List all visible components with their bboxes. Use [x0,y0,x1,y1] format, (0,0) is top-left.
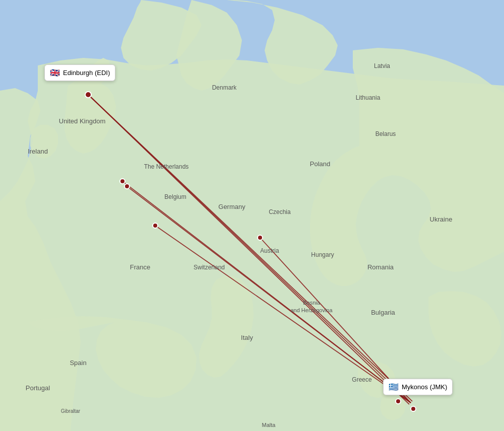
edinburgh-airport-label[interactable]: 🇬🇧 Edinburgh (EDI) [44,64,115,81]
svg-text:Lithuania: Lithuania [356,94,381,101]
svg-text:Belgium: Belgium [164,193,186,200]
uk-flag-icon: 🇬🇧 [50,68,60,78]
svg-point-26 [396,399,401,404]
svg-text:United Kingdom: United Kingdom [59,117,106,125]
svg-text:Ukraine: Ukraine [430,216,453,223]
svg-point-23 [124,184,130,189]
map-container: United Kingdom Ireland France Spain Port… [0,0,504,431]
mykonos-airport-name: Mykonos (JMK) [402,383,447,391]
svg-point-25 [258,235,263,240]
edinburgh-airport-name: Edinburgh (EDI) [63,69,110,77]
svg-text:Greece: Greece [352,376,372,383]
svg-text:Switzerland: Switzerland [194,264,225,271]
greece-flag-icon: 🇬🇷 [389,382,399,392]
svg-text:Portugal: Portugal [26,384,50,392]
svg-text:Denmark: Denmark [212,84,237,91]
svg-point-27 [411,406,416,411]
svg-point-22 [120,179,125,184]
svg-text:Latvia: Latvia [374,62,390,69]
svg-text:Romania: Romania [367,263,394,271]
svg-text:Ireland: Ireland [28,148,48,155]
svg-point-28 [85,92,91,98]
svg-text:Hungary: Hungary [311,251,334,258]
svg-text:The Netherlands: The Netherlands [144,163,189,170]
svg-text:France: France [130,263,150,271]
svg-text:Bulgaria: Bulgaria [371,309,395,316]
svg-text:Spain: Spain [70,359,86,367]
svg-text:Italy: Italy [241,334,253,341]
svg-text:Poland: Poland [310,160,330,168]
svg-text:Czechia: Czechia [269,208,291,216]
svg-text:Malta: Malta [262,422,276,428]
svg-text:Bosnia: Bosnia [303,300,321,306]
svg-text:Gibraltar: Gibraltar [61,408,81,414]
svg-text:Belarus: Belarus [375,130,396,137]
svg-text:Germany: Germany [218,203,245,210]
mykonos-airport-label[interactable]: 🇬🇷 Mykonos (JMK) [383,379,453,395]
svg-point-24 [153,223,158,228]
svg-text:Austria: Austria [260,247,279,254]
svg-text:and Herzegovina: and Herzegovina [290,307,333,313]
